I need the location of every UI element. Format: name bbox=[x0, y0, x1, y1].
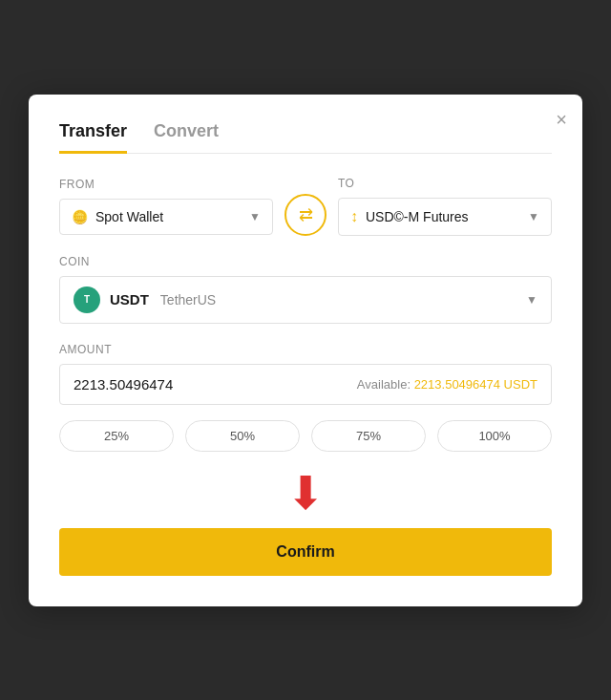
amount-label: Amount bbox=[59, 343, 552, 356]
available-text: Available: 2213.50496474 USDT bbox=[357, 377, 537, 392]
percent-50-button[interactable]: 50% bbox=[185, 420, 300, 452]
to-select[interactable]: ↕ USD©-M Futures ▼ bbox=[338, 198, 552, 236]
coin-fullname: TetherUS bbox=[160, 292, 216, 308]
from-label: FROM bbox=[59, 178, 273, 191]
percent-100-button[interactable]: 100% bbox=[437, 420, 552, 452]
usdt-icon: T bbox=[74, 286, 100, 313]
close-button[interactable]: × bbox=[556, 110, 567, 129]
to-chevron-icon: ▼ bbox=[528, 210, 539, 223]
to-block: TO ↕ USD©-M Futures ▼ bbox=[338, 177, 552, 236]
to-label: TO bbox=[338, 177, 552, 190]
coin-section: Coin T USDT TetherUS ▼ bbox=[59, 255, 552, 324]
from-to-row: FROM 🪙 Spot Wallet ▼ ⇄ TO bbox=[59, 177, 552, 236]
from-to-section: FROM 🪙 Spot Wallet ▼ ⇄ TO bbox=[59, 177, 552, 236]
tab-convert[interactable]: Convert bbox=[154, 121, 219, 154]
available-amount: 2213.50496474 USDT bbox=[414, 377, 537, 392]
tab-transfer[interactable]: Transfer bbox=[59, 121, 127, 154]
coin-symbol: USDT bbox=[110, 291, 149, 308]
from-value: Spot Wallet bbox=[95, 209, 163, 224]
coin-label: Coin bbox=[59, 255, 552, 268]
from-select[interactable]: 🪙 Spot Wallet ▼ bbox=[59, 199, 273, 235]
down-arrow-icon: ⬇ bbox=[286, 471, 325, 517]
futures-icon: ↕ bbox=[350, 208, 358, 225]
wallet-icon: 🪙 bbox=[72, 209, 88, 224]
arrow-container: ⬇ bbox=[59, 471, 552, 517]
modal-overlay: × Transfer Convert FROM 🪙 Spot Wallet ▼ bbox=[0, 0, 611, 700]
modal-container: × Transfer Convert FROM 🪙 Spot Wallet ▼ bbox=[29, 95, 582, 606]
percent-75-button[interactable]: 75% bbox=[311, 420, 426, 452]
coin-chevron-icon: ▼ bbox=[526, 293, 537, 307]
coin-select[interactable]: T USDT TetherUS ▼ bbox=[59, 276, 552, 324]
confirm-button[interactable]: Confirm bbox=[59, 528, 552, 576]
from-chevron-icon: ▼ bbox=[249, 210, 261, 223]
to-value: USD©-M Futures bbox=[366, 209, 469, 224]
amount-section: Amount Available: 2213.50496474 USDT 25%… bbox=[59, 343, 552, 452]
percent-25-button[interactable]: 25% bbox=[59, 420, 174, 452]
amount-input-wrap: Available: 2213.50496474 USDT bbox=[59, 364, 552, 405]
amount-input[interactable] bbox=[74, 376, 226, 392]
from-block: FROM 🪙 Spot Wallet ▼ bbox=[59, 178, 273, 235]
swap-icon: ⇄ bbox=[299, 204, 313, 225]
swap-button[interactable]: ⇄ bbox=[284, 194, 327, 236]
percent-row: 25% 50% 75% 100% bbox=[59, 420, 552, 452]
tab-bar: Transfer Convert bbox=[59, 121, 552, 154]
